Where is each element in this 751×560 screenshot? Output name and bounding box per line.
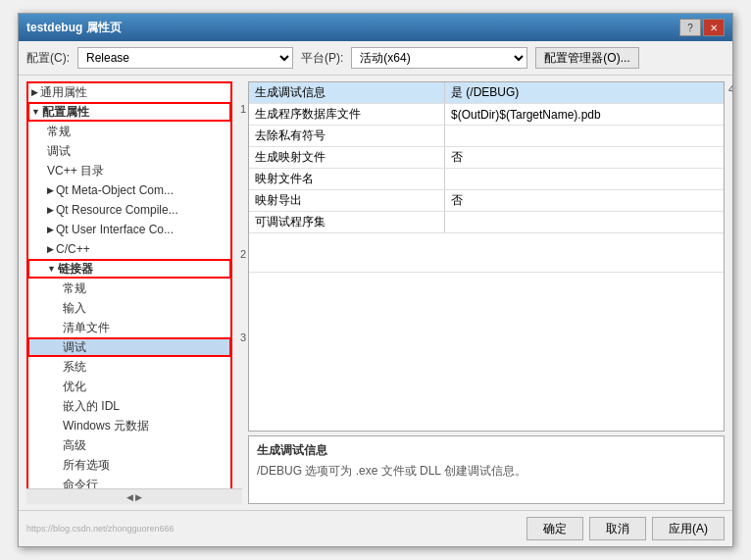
description-area: 生成调试信息 /DEBUG 选项可为 .exe 文件或 DLL 创建调试信息。: [248, 435, 725, 504]
tree-item-label: Windows 元数据: [63, 418, 149, 434]
prop-value: 否: [445, 190, 724, 211]
tree-item-label: 通用属性: [40, 84, 87, 101]
left-panel-tree: ▶ 通用属性 ▼ 配置属性 常规 调试 VC++ 目录 ▶: [26, 81, 232, 495]
tree-item-label: 嵌入的 IDL: [63, 398, 120, 415]
tree-item-linker-opt[interactable]: 优化: [27, 377, 231, 396]
config-dropdown[interactable]: Release: [77, 47, 293, 69]
tree-item-label: VC++ 目录: [47, 163, 104, 179]
prop-name: 可调试程序集: [249, 212, 445, 232]
prop-name: 映射导出: [249, 190, 445, 211]
property-row[interactable]: 可调试程序集: [249, 212, 724, 233]
tree-item-label: 高级: [63, 437, 86, 454]
tree-item-label: 常规: [63, 280, 86, 297]
tree-item-debug-config[interactable]: 调试: [27, 141, 231, 161]
prop-name: 生成映射文件: [249, 147, 445, 168]
tree-item-qt-meta[interactable]: ▶ Qt Meta-Object Com...: [27, 180, 231, 200]
arrow-icon: ▶: [47, 205, 54, 215]
tree-item-general-props[interactable]: ▶ 通用属性: [27, 82, 231, 102]
dialog-title: testdebug 属性页: [26, 20, 122, 36]
prop-name: 映射文件名: [249, 169, 445, 189]
tree-item-label: 优化: [63, 379, 86, 395]
tree-item-linker-system[interactable]: 系统: [27, 357, 231, 377]
bottom-bar: https://blog.csdn.net/zhongguoren666 确定 …: [19, 510, 732, 546]
prop-value: [445, 212, 724, 232]
title-bar: testdebug 属性页 ? ✕: [19, 14, 732, 41]
tree-item-label: 调试: [63, 339, 86, 356]
arrow-icon: ▶: [47, 244, 54, 254]
prop-value: [445, 169, 724, 189]
tree-item-label: Qt Meta-Object Com...: [56, 183, 174, 197]
config-label: 配置(C):: [26, 50, 70, 67]
tree-item-linker-normal[interactable]: 常规: [27, 279, 231, 298]
tree-item-normal[interactable]: 常规: [27, 122, 231, 141]
tree-item-linker-idl[interactable]: 嵌入的 IDL: [27, 396, 231, 416]
prop-header-value: 是 (/DEBUG): [445, 82, 724, 103]
prop-value: $(OutDir)$(TargetName).pdb: [445, 104, 724, 125]
tree-item-label: 调试: [47, 143, 71, 160]
platform-label: 平台(P):: [301, 50, 343, 67]
tree-item-vcpp[interactable]: VC++ 目录: [27, 161, 231, 180]
arrow-icon: ▼: [31, 107, 40, 117]
platform-dropdown[interactable]: 活动(x64): [351, 47, 527, 69]
tree-item-linker-manifest[interactable]: 清单文件: [27, 318, 231, 337]
arrow-icon: ▶: [47, 185, 54, 195]
tree-item-cpp[interactable]: ▶ C/C++: [27, 239, 231, 259]
prop-header-name: 生成调试信息: [249, 82, 445, 103]
property-row[interactable]: 去除私有符号: [249, 126, 724, 147]
cancel-button[interactable]: 取消: [589, 517, 646, 540]
tree-item-qt-resource[interactable]: ▶ Qt Resource Compile...: [27, 200, 231, 220]
right-panel: 4 生成调试信息 是 (/DEBUG) 生成程序数据库文件 $(OutDir)$…: [248, 81, 725, 504]
tree-item-linker-winmeta[interactable]: Windows 元数据: [27, 416, 231, 435]
title-bar-buttons: ? ✕: [679, 19, 725, 36]
description-text: /DEBUG 选项可为 .exe 文件或 DLL 创建调试信息。: [257, 463, 716, 480]
property-table: 生成调试信息 是 (/DEBUG) 生成程序数据库文件 $(OutDir)$(T…: [248, 81, 725, 432]
prop-value: [445, 126, 724, 146]
property-row[interactable]: 生成映射文件 否: [249, 147, 724, 169]
tree-scroll-bar[interactable]: ◀ ▶: [26, 488, 242, 504]
scroll-hint-icon: ◀ ▶: [126, 492, 143, 502]
main-area: ▶ 通用属性 ▼ 配置属性 常规 调试 VC++ 目录 ▶: [19, 76, 732, 510]
badge-4: 4: [728, 83, 732, 95]
tree-item-label: Qt Resource Compile...: [56, 203, 178, 217]
apply-button[interactable]: 应用(A): [652, 517, 725, 540]
badge-1: 1: [240, 103, 246, 115]
property-row[interactable]: 生成程序数据库文件 $(OutDir)$(TargetName).pdb: [249, 104, 724, 126]
tree-item-linker-input[interactable]: 输入: [27, 298, 231, 318]
badge-3: 3: [240, 331, 246, 343]
tree-item-linker-debug[interactable]: 调试: [27, 337, 231, 357]
help-button[interactable]: ?: [679, 19, 701, 36]
tree-item-label: 链接器: [58, 261, 93, 278]
badge-2: 2: [240, 248, 246, 260]
close-button[interactable]: ✕: [703, 19, 725, 36]
dialog-window: testdebug 属性页 ? ✕ 配置(C): Release 平台(P): …: [18, 13, 733, 547]
tree-item-linker[interactable]: ▼ 链接器: [27, 259, 231, 279]
ok-button[interactable]: 确定: [526, 517, 583, 540]
arrow-icon: ▶: [47, 225, 54, 234]
left-panel-wrapper: ▶ 通用属性 ▼ 配置属性 常规 调试 VC++ 目录 ▶: [26, 81, 242, 504]
tree-item-config-props[interactable]: ▼ 配置属性: [27, 102, 231, 122]
property-row-header[interactable]: 生成调试信息 是 (/DEBUG): [249, 82, 724, 104]
arrow-icon: ▼: [47, 264, 56, 274]
tree-item-label: 系统: [63, 359, 86, 376]
tree-item-label: Qt User Interface Co...: [56, 223, 174, 236]
config-manager-button[interactable]: 配置管理器(O)...: [535, 47, 638, 69]
tree-item-label: 所有选项: [63, 457, 110, 474]
property-row[interactable]: 映射导出 否: [249, 190, 724, 212]
watermark-area: https://blog.csdn.net/zhongguoren666: [26, 517, 521, 540]
property-row[interactable]: 映射文件名: [249, 169, 724, 190]
tree-item-linker-adv[interactable]: 高级: [27, 435, 231, 455]
tree-item-qt-ui[interactable]: ▶ Qt User Interface Co...: [27, 220, 231, 239]
tree-item-label: 配置属性: [42, 104, 89, 121]
toolbar: 配置(C): Release 平台(P): 活动(x64) 配置管理器(O)..…: [19, 41, 732, 76]
property-row-empty: [249, 233, 724, 273]
tree-item-linker-all[interactable]: 所有选项: [27, 455, 231, 475]
tree-item-label: 清单文件: [63, 320, 110, 336]
tree-item-label: 输入: [63, 300, 86, 317]
tree-item-label: 常规: [47, 124, 71, 140]
arrow-icon: ▶: [31, 87, 38, 97]
tree-item-label: C/C++: [56, 242, 90, 256]
watermark-text: https://blog.csdn.net/zhongguoren666: [26, 524, 175, 534]
prop-name: 去除私有符号: [249, 126, 445, 146]
prop-name: 生成程序数据库文件: [249, 104, 445, 125]
description-title: 生成调试信息: [257, 442, 716, 459]
